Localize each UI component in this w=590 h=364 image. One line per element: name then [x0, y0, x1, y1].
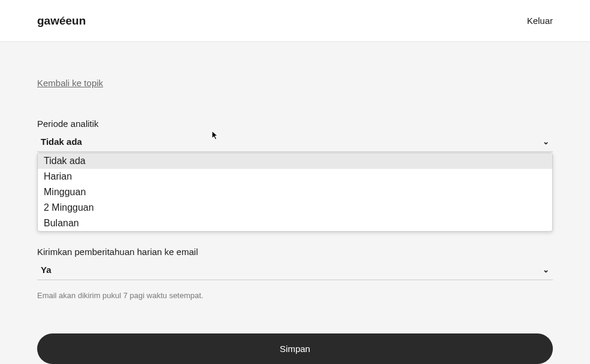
- daily-notification-helper: Email akan dikirim pukul 7 pagi waktu se…: [37, 291, 553, 300]
- analytics-period-group: Periode analitik Tidak ada ⌄ Tidak ada H…: [37, 119, 553, 152]
- logout-link[interactable]: Keluar: [527, 16, 553, 26]
- daily-notification-label: Kirimkan pemberitahuan harian ke email: [37, 247, 553, 257]
- back-to-topic-link[interactable]: Kembali ke topik: [37, 78, 103, 88]
- main-content: Kembali ke topik Periode analitik Tidak …: [0, 42, 590, 364]
- header: gawéeun Keluar: [0, 0, 590, 42]
- analytics-period-dropdown: Tidak ada Harian Mingguan 2 Mingguan Bul…: [37, 153, 553, 232]
- daily-notification-group: Kirimkan pemberitahuan harian ke email Y…: [37, 247, 553, 300]
- app-logo: gawéeun: [37, 14, 86, 28]
- analytics-period-label: Periode analitik: [37, 119, 553, 129]
- dropdown-option[interactable]: Bulanan: [38, 216, 552, 231]
- dropdown-option[interactable]: Harian: [38, 169, 552, 184]
- dropdown-option[interactable]: Tidak ada: [38, 153, 552, 169]
- daily-notification-selected-value: Ya: [41, 265, 52, 275]
- chevron-down-icon: ⌄: [543, 137, 549, 146]
- chevron-down-icon: ⌄: [543, 265, 549, 274]
- daily-notification-select[interactable]: Ya ⌄: [37, 262, 553, 280]
- analytics-period-select[interactable]: Tidak ada ⌄ Tidak ada Harian Mingguan 2 …: [37, 134, 553, 152]
- dropdown-option[interactable]: 2 Mingguan: [38, 200, 552, 216]
- save-button[interactable]: Simpan: [37, 333, 553, 364]
- dropdown-option[interactable]: Mingguan: [38, 184, 552, 200]
- analytics-period-selected-value: Tidak ada: [41, 136, 82, 147]
